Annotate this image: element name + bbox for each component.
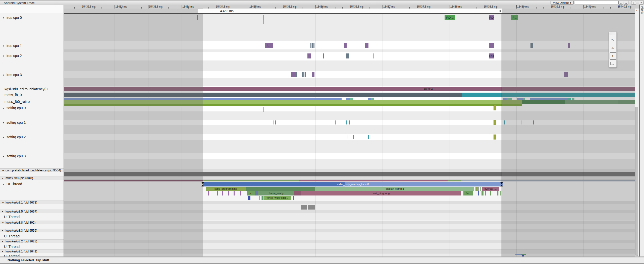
- timeline-slice[interactable]: [293, 196, 294, 200]
- sidebar-item-irqs-cpu-3[interactable]: ▾irqs cpu 3: [0, 72, 64, 77]
- timeline-slice[interactable]: wait_pingpong: [301, 191, 461, 195]
- selection-grip-icon[interactable]: [201, 182, 204, 184]
- sidebar-item-ui-thread[interactable]: UI Thread: [0, 244, 64, 249]
- timeline-slice[interactable]: [291, 72, 295, 77]
- alerts-tab[interactable]: Alerts: [640, 6, 644, 14]
- timeline-slice[interactable]: [203, 180, 299, 181]
- timeline-slice[interactable]: [485, 191, 486, 195]
- sidebar-item-softirq-cpu-1[interactable]: ▾softirq cpu 1: [0, 120, 64, 125]
- sidebar-item-kworker-u8-2-pid-9628[interactable]: ▾kworker/u8:2 (pid 9628): [0, 239, 64, 243]
- timeline-slice[interactable]: [222, 191, 223, 195]
- sidebar-item-kworker-u9-1-pid-9641[interactable]: ▾kworker/u9:1 (pid 9641): [0, 249, 64, 253]
- sidebar-item-kworker-u8-5-pid-9667[interactable]: ▾kworker/u8:5 (pid 9667): [0, 210, 64, 213]
- timeline-slice[interactable]: [307, 53, 311, 58]
- timeline-slice[interactable]: [373, 53, 374, 58]
- sidebar-item-softirq-cpu-0[interactable]: ▾softirq cpu 0: [0, 105, 64, 110]
- timeline-slice[interactable]: [303, 72, 304, 77]
- timeline-slice[interactable]: display_commit: [315, 187, 474, 191]
- expanded-arrow-icon[interactable]: ▾: [2, 250, 6, 253]
- collapsed-arrow-icon[interactable]: ►: [2, 221, 6, 224]
- timeline-slice[interactable]: [477, 187, 479, 191]
- timeline-slice[interactable]: overlay_...: [482, 187, 499, 191]
- timeline-slice[interactable]: [484, 191, 484, 195]
- vertical-scrollbar[interactable]: ▲: [635, 9, 638, 256]
- timeline-slice[interactable]: [246, 187, 315, 191]
- timeline-slice[interactable]: [349, 120, 350, 124]
- sidebar-item-irqs-cpu-0[interactable]: ▾irqs cpu 0: [0, 15, 64, 20]
- timeline-slice[interactable]: [348, 135, 348, 139]
- timeline-slice[interactable]: [208, 191, 209, 195]
- timeline-track-area[interactable]: IRQ ...IRQIR...I...IRQ463304mdss_mdp_ove…: [64, 0, 639, 256]
- timeline-slice[interactable]: [480, 187, 481, 191]
- timeline-slice[interactable]: [368, 135, 369, 139]
- sidebar-item-kworker-u8-8-pid-892[interactable]: ►kworker/u8:8 (pid 892): [0, 221, 64, 224]
- timeline-slice[interactable]: IRQ ...: [445, 15, 455, 20]
- sidebar-item-softirq-cpu-2[interactable]: ▾softirq cpu 2: [0, 135, 64, 140]
- timeline-slice[interactable]: [262, 196, 263, 200]
- timeline-slice[interactable]: [305, 72, 306, 77]
- timeline-slice[interactable]: [312, 43, 313, 48]
- sidebar-item-kworker-u8-3-pid-9559[interactable]: ▾kworker/u8:3 (pid 9559): [0, 229, 64, 232]
- sidebar-item-mdss-fb-0[interactable]: mdss_fb_0: [0, 92, 64, 97]
- view-options-button[interactable]: View Options ▾: [551, 1, 574, 5]
- expanded-arrow-icon[interactable]: ▾: [3, 73, 7, 77]
- timeline-slice[interactable]: [274, 120, 274, 124]
- timeline-slice[interactable]: [263, 107, 264, 112]
- scrollbar-thumb[interactable]: [635, 107, 638, 256]
- scrollbar-up-arrow-icon[interactable]: ▲: [635, 10, 638, 12]
- timeline-slice[interactable]: [490, 191, 491, 195]
- timeline-slice[interactable]: [475, 187, 477, 191]
- nav-more-button[interactable]: »: [631, 1, 636, 5]
- timeline-slice[interactable]: [299, 180, 448, 181]
- sidebar-item-kgsl-3d0-ed-touchlatency-9[interactable]: kgsl-3d0_ed.touchlatency(9...: [0, 87, 64, 92]
- timeline-slice[interactable]: [263, 20, 264, 24]
- expanded-arrow-icon[interactable]: ▾: [2, 229, 6, 232]
- timeline-slice[interactable]: [240, 191, 241, 195]
- timeline-slice[interactable]: IRQ: [489, 53, 494, 58]
- timeline-slice[interactable]: flu...: [463, 191, 473, 195]
- expanded-arrow-icon[interactable]: ▾: [3, 106, 7, 110]
- nav-back-button[interactable]: ←: [618, 1, 623, 5]
- timeline-slice[interactable]: frame_ready: [258, 191, 294, 195]
- sidebar-item-ui-thread[interactable]: UI Thread: [0, 214, 64, 219]
- expanded-arrow-icon[interactable]: ▾: [3, 154, 7, 159]
- expanded-arrow-icon[interactable]: ▾: [3, 15, 7, 20]
- timeline-slice[interactable]: m...: [247, 191, 255, 195]
- timeline-slice[interactable]: [494, 105, 496, 110]
- timeline-slice[interactable]: [259, 196, 260, 200]
- timeline-slice[interactable]: [365, 43, 368, 48]
- selection-grip-icon[interactable]: [500, 182, 503, 184]
- timeline-slice[interactable]: [261, 196, 261, 200]
- timeline-slice[interactable]: [217, 191, 218, 195]
- timeline-slice[interactable]: [494, 120, 496, 125]
- timeline-slice[interactable]: [295, 72, 297, 77]
- selection-marker-left[interactable]: [203, 9, 203, 256]
- expanded-arrow-icon[interactable]: ▾: [2, 176, 6, 180]
- sidebar-item-ui-thread[interactable]: ▾UI Thread: [0, 181, 64, 186]
- timeline-slice[interactable]: [310, 43, 311, 48]
- timeline-slice[interactable]: [346, 53, 349, 58]
- timeline-slice[interactable]: [302, 72, 303, 77]
- timeline-slice[interactable]: [312, 72, 314, 77]
- timeline-slice[interactable]: [346, 120, 347, 124]
- search-input[interactable]: [575, 1, 618, 5]
- timeline-slice[interactable]: [301, 205, 307, 210]
- timeline-slice[interactable]: [353, 135, 354, 139]
- timeline-slice[interactable]: [308, 205, 315, 210]
- timeline-slice[interactable]: [335, 120, 336, 124]
- timeline-slice[interactable]: [500, 191, 501, 195]
- sidebar-item-mdss-fb0-retire[interactable]: mdss_fb0_retire: [0, 99, 64, 104]
- sidebar-item-ui-thread[interactable]: UI Thread: [0, 253, 64, 256]
- timeline-slice[interactable]: IRQ: [489, 15, 494, 20]
- timeline-slice[interactable]: [275, 120, 276, 124]
- sidebar-item-ui-thread[interactable]: UI Thread: [0, 234, 64, 239]
- timeline-slice[interactable]: [313, 43, 314, 48]
- expanded-arrow-icon[interactable]: ▾: [3, 120, 7, 125]
- timeline-slice[interactable]: [228, 191, 229, 195]
- sidebar-item-irqs-cpu-1[interactable]: ▾irqs cpu 1: [0, 43, 64, 48]
- collapsed-arrow-icon[interactable]: ►: [2, 169, 6, 172]
- nav-forward-button[interactable]: →: [624, 1, 628, 5]
- sidebar-item-irqs-cpu-2[interactable]: ▾irqs cpu 2: [0, 53, 64, 58]
- expanded-arrow-icon[interactable]: ▾: [2, 240, 6, 243]
- expanded-arrow-icon[interactable]: ▾: [3, 135, 7, 140]
